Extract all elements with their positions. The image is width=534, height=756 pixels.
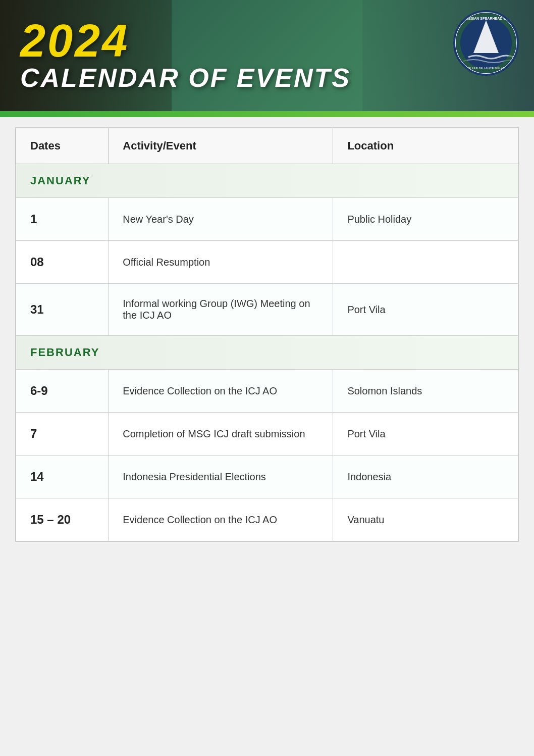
date-cell: 08 [16,241,109,284]
col-location: Location [333,128,518,164]
table-row: 7 Completion of MSG ICJ draft submission… [16,413,518,456]
table-header-row: Dates Activity/Event Location [16,128,518,164]
location-cell [333,241,518,284]
location-cell: Solomon Islands [333,370,518,413]
activity-cell: Official Resumption [109,241,333,284]
year-heading: 2024 [20,18,129,64]
activity-cell: Evidence Collection on the ICJ AO [109,498,333,541]
location-cell: Public Holiday [333,198,518,241]
month-label: FEBRUARY [16,336,518,370]
msg-logo-svg: MELANESIAN SPEARHEAD GROUP GROUPE FER DE… [456,13,516,73]
col-activity: Activity/Event [109,128,333,164]
table-row: 6-9 Evidence Collection on the ICJ AO So… [16,370,518,413]
table-row: 1 New Year's Day Public Holiday [16,198,518,241]
month-header-row: JANUARY [16,164,518,198]
header: 2024 CALENDAR OF EVENTS MELANESIAN SPEAR… [0,0,534,111]
activity-cell: Evidence Collection on the ICJ AO [109,370,333,413]
logo-inner: MELANESIAN SPEARHEAD GROUP GROUPE FER DE… [456,13,516,73]
activity-cell: New Year's Day [109,198,333,241]
activity-cell: Completion of MSG ICJ draft submission [109,413,333,456]
date-cell: 6-9 [16,370,109,413]
calendar-table-container: Dates Activity/Event Location JANUARY 1 … [15,127,519,542]
date-cell: 31 [16,284,109,336]
calendar-title: CALENDAR OF EVENTS [20,64,351,92]
month-header-row: FEBRUARY [16,336,518,370]
calendar-table: Dates Activity/Event Location JANUARY 1 … [16,128,518,541]
location-cell: Port Vila [333,413,518,456]
date-cell: 1 [16,198,109,241]
table-row: 15 – 20 Evidence Collection on the ICJ A… [16,498,518,541]
logo-circle: MELANESIAN SPEARHEAD GROUP GROUPE FER DE… [453,10,519,76]
svg-text:GROUPE FER DE LANCE MÉLANÉSIEN: GROUPE FER DE LANCE MÉLANÉSIEN [458,67,514,70]
date-cell: 14 [16,456,109,498]
location-cell: Port Vila [333,284,518,336]
table-row: 14 Indonesia Presidential Elections Indo… [16,456,518,498]
date-cell: 7 [16,413,109,456]
table-row: 31 Informal working Group (IWG) Meeting … [16,284,518,336]
date-cell: 15 – 20 [16,498,109,541]
location-cell: Indonesia [333,456,518,498]
svg-text:MELANESIAN SPEARHEAD GROUP: MELANESIAN SPEARHEAD GROUP [456,17,516,20]
month-label: JANUARY [16,164,518,198]
green-accent-bar [0,111,534,117]
activity-cell: Indonesia Presidential Elections [109,456,333,498]
activity-cell: Informal working Group (IWG) Meeting on … [109,284,333,336]
col-dates: Dates [16,128,109,164]
table-row: 08 Official Resumption [16,241,518,284]
logo-container: MELANESIAN SPEARHEAD GROUP GROUPE FER DE… [453,10,519,76]
location-cell: Vanuatu [333,498,518,541]
